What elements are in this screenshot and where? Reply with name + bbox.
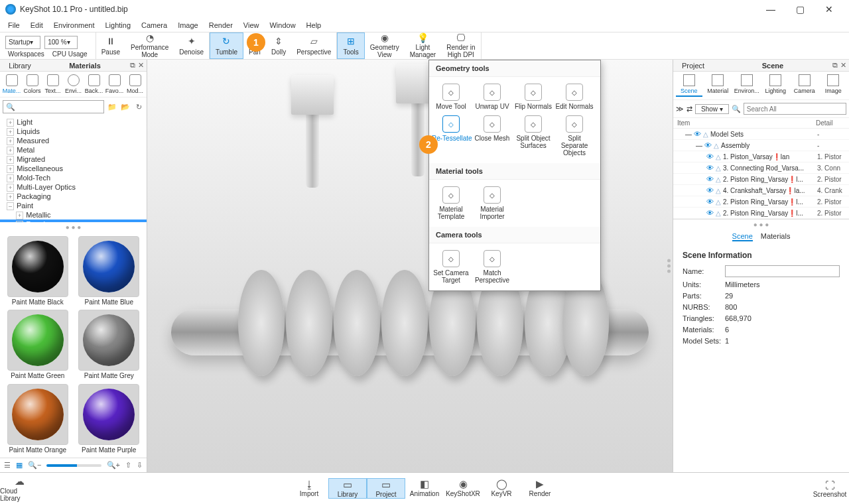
libcat-5[interactable]: Favo... — [105, 74, 125, 94]
menu-edit[interactable]: Edit — [27, 20, 47, 31]
upload-icon[interactable]: ⇧ — [125, 461, 131, 470]
tree-node[interactable]: Migrated — [0, 155, 147, 164]
libcat-0[interactable]: Mate... — [2, 74, 22, 94]
pause-button[interactable]: ⏸Pause — [96, 32, 125, 59]
folder-add-icon[interactable]: 📂 — [120, 100, 131, 113]
bottom-render[interactable]: ▶Render — [521, 478, 559, 497]
workspace-startup-dropdown[interactable]: Startup ▾ — [5, 36, 40, 49]
performance-mode-button[interactable]: ◔Performance Mode — [125, 32, 174, 59]
tool-set-camera-target[interactable]: ◇Set Camera Target — [430, 247, 472, 286]
scenecat-3[interactable]: Lighting — [762, 74, 789, 97]
swatch[interactable]: Paint Matte Orange — [4, 384, 72, 454]
tool-split-object-surfaces[interactable]: ◇Split Object Surfaces — [513, 113, 554, 159]
tree-node[interactable]: Measured — [0, 136, 147, 145]
libcat-2[interactable]: Text... — [43, 74, 63, 94]
bottom-keyshotxr[interactable]: ◉KeyShotXR — [444, 478, 482, 497]
tree-node[interactable]: Metallic — [0, 210, 147, 220]
denoise-button[interactable]: ✦Denoise — [174, 32, 209, 59]
scene-row[interactable]: 👁△3. Connecting Rod_Varsa...3. Conn — [673, 162, 849, 174]
scene-search-input[interactable] — [744, 103, 846, 115]
tool-close-mesh[interactable]: ◇Close Mesh — [472, 113, 513, 159]
download-icon[interactable]: ⇩ — [137, 461, 143, 470]
popout-icon[interactable]: ⧉ — [130, 61, 135, 70]
menu-window[interactable]: Window — [265, 20, 299, 31]
tree-node[interactable]: Mold-Tech — [0, 173, 147, 182]
material-tree[interactable]: LightLiquidsMeasuredMetalMigratedMiscell… — [0, 116, 147, 222]
tumble-button[interactable]: ↻Tumble — [210, 32, 243, 59]
materials-subtab[interactable]: Materials — [761, 232, 791, 241]
bottom-animation[interactable]: ◧Animation — [405, 478, 444, 497]
library-search-input[interactable] — [3, 100, 104, 113]
scenecat-0[interactable]: Scene — [676, 74, 702, 97]
menu-environment[interactable]: Environment — [50, 20, 99, 31]
dolly-button[interactable]: ⇕Dolly — [266, 32, 291, 59]
thumbnail-size-slider[interactable] — [46, 464, 101, 467]
tool-unwrap-uv[interactable]: ◇Unwrap UV — [472, 81, 513, 113]
tool-material-importer[interactable]: ◇Material Importer — [472, 184, 513, 223]
scenecat-5[interactable]: Image — [820, 74, 846, 97]
materials-tab[interactable]: Materials — [40, 62, 130, 70]
tree-node[interactable]: Multi-Layer Optics — [0, 182, 147, 192]
tree-node[interactable]: Packaging — [0, 192, 147, 201]
visibility-icon[interactable]: 👁 — [706, 186, 714, 194]
workspaces-button[interactable]: Workspaces — [4, 50, 48, 58]
grid-view-icon[interactable]: ▦ — [16, 461, 23, 470]
bottom-library[interactable]: ▭Library — [328, 478, 367, 499]
scene-row[interactable]: 👁△2. Piston Ring_Varsay❗l...2. Pistor — [673, 208, 849, 219]
maximize-button[interactable]: ▢ — [785, 0, 815, 19]
panel-drag-handle[interactable] — [667, 259, 849, 273]
visibility-icon[interactable]: 👁 — [706, 153, 714, 160]
libcat-6[interactable]: Mod... — [125, 74, 145, 94]
bottom-keyvr[interactable]: ◯KeyVR — [482, 478, 521, 497]
tree-node[interactable]: Light — [0, 117, 147, 127]
refresh-icon[interactable]: ↻ — [133, 100, 144, 113]
project-tab[interactable]: Project — [673, 62, 713, 70]
scene-row[interactable]: —👁△Assembly- — [673, 140, 849, 151]
libcat-3[interactable]: Envi... — [64, 74, 84, 94]
tool-move-tool[interactable]: ◇Move Tool — [430, 81, 472, 113]
scene-row[interactable]: 👁△2. Piston Ring_Varsay❗l...2. Pistor — [673, 196, 849, 208]
menu-view[interactable]: View — [239, 20, 263, 31]
tool-re-tessellate[interactable]: ◇Re-Tessellate — [430, 113, 472, 159]
scenecat-1[interactable]: Material — [704, 74, 731, 97]
tool-split-separate-objects[interactable]: ◇Split Separate Objects — [554, 113, 595, 159]
visibility-icon[interactable]: 👁 — [706, 209, 714, 217]
scenecat-4[interactable]: Camera — [791, 74, 818, 97]
tree-node[interactable]: Metal — [0, 145, 147, 155]
cpu-usage-button[interactable]: CPU Usage — [48, 50, 92, 58]
scene-row[interactable]: 👁△1. Piston_Varsay❗lan1. Pistor — [673, 151, 849, 162]
bottom-import[interactable]: ⭳Import — [290, 478, 328, 497]
swatch[interactable]: Paint Matte Grey — [76, 310, 143, 379]
scene-row[interactable]: 👁△4. Crankshaft_Varsay❗la...4. Crank — [673, 185, 849, 196]
tree-node[interactable]: Liquids — [0, 127, 147, 136]
popout-icon[interactable]: ⧉ — [832, 61, 838, 70]
swatch[interactable]: Paint Matte Black — [4, 236, 72, 306]
zoom-in-icon[interactable]: 🔍+ — [107, 461, 120, 470]
menu-file[interactable]: File — [4, 20, 24, 31]
library-tab[interactable]: Library — [0, 62, 40, 70]
visibility-icon[interactable]: 👁 — [694, 130, 701, 138]
light-manager-button[interactable]: 💡Light Manager — [405, 32, 441, 59]
screenshot-button[interactable]: ⛶Screenshot — [811, 473, 849, 504]
folder-icon[interactable]: 📁 — [107, 100, 117, 113]
scene-subtab[interactable]: Scene — [732, 232, 753, 241]
visibility-icon[interactable]: 👁 — [706, 198, 714, 206]
close-panel-icon[interactable]: ✕ — [840, 61, 846, 70]
swatch[interactable]: Paint Matte Green — [4, 310, 72, 379]
perspective-button[interactable]: ▱Perspective — [291, 32, 336, 59]
close-button[interactable]: ✕ — [815, 0, 844, 19]
scene-tab[interactable]: Scene — [713, 62, 832, 70]
tool-match-perspective[interactable]: ◇Match Perspective — [472, 247, 513, 286]
render-high-dpi-button[interactable]: 🖵Render in High DPI — [441, 32, 480, 59]
swatch[interactable]: Paint Matte Blue — [76, 236, 143, 306]
scene-tree[interactable]: —👁△Model Sets-—👁△Assembly-👁△1. Piston_Va… — [673, 129, 849, 220]
visibility-icon[interactable]: 👁 — [704, 141, 712, 149]
hierarchy-icon[interactable]: ⇄ — [686, 105, 692, 113]
menu-camera[interactable]: Camera — [137, 20, 171, 31]
scene-row[interactable]: 👁△2. Piston Ring_Varsay❗l...2. Pistor — [673, 174, 849, 185]
visibility-icon[interactable]: 👁 — [706, 164, 714, 172]
list-view-icon[interactable]: ☰ — [4, 461, 11, 470]
bottom-project[interactable]: ▭Project — [367, 478, 405, 499]
cpu-percent-dropdown[interactable]: 100 % ▾ — [44, 36, 77, 49]
minimize-button[interactable]: — — [756, 0, 785, 19]
